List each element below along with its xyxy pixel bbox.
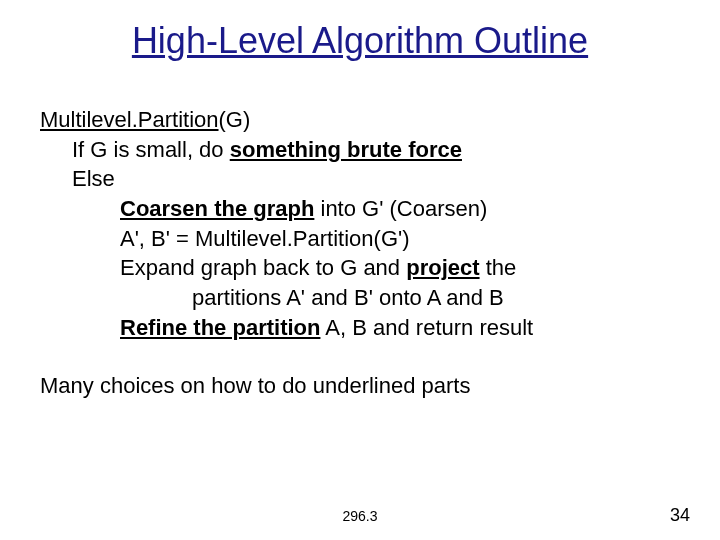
fn-arg: G (226, 107, 243, 132)
algo-coarsen-line: Coarsen the graph into G' (Coarsen) (40, 194, 680, 224)
fn-arg-close: ) (243, 107, 250, 132)
refine-rest: A, B and return result (320, 315, 533, 340)
algo-expand-line1: Expand graph back to G and project the (40, 253, 680, 283)
algo-fn-line: Multilevel.Partition(G) (40, 105, 680, 135)
expand-prefix: Expand graph back to G and (120, 255, 406, 280)
fn-name: Multilevel.Partition (40, 107, 219, 132)
coarsen-rest: into G' (Coarsen) (314, 196, 487, 221)
algo-else-line: Else (40, 164, 680, 194)
coarsen-bold: Coarsen the graph (120, 196, 314, 221)
slide-number: 34 (670, 505, 690, 526)
algo-if-line: If G is small, do something brute force (40, 135, 680, 165)
project-bold: project (406, 255, 479, 280)
algo-expand-line2: partitions A' and B' onto A and B (40, 283, 680, 313)
slide-title: High-Level Algorithm Outline (0, 20, 720, 62)
slide-body: Multilevel.Partition(G) If G is small, d… (40, 105, 680, 400)
refine-bold: Refine the partition (120, 315, 320, 340)
closing-line: Many choices on how to do underlined par… (40, 371, 680, 401)
fn-arg-open: ( (219, 107, 226, 132)
if-bold: something brute force (230, 137, 462, 162)
algo-recurse-line: A', B' = Multilevel.Partition(G') (40, 224, 680, 254)
expand-suffix: the (480, 255, 517, 280)
algo-refine-line: Refine the partition A, B and return res… (40, 313, 680, 343)
footer-text: 296.3 (0, 508, 720, 524)
slide: High-Level Algorithm Outline Multilevel.… (0, 0, 720, 540)
if-prefix: If G is small, do (72, 137, 230, 162)
